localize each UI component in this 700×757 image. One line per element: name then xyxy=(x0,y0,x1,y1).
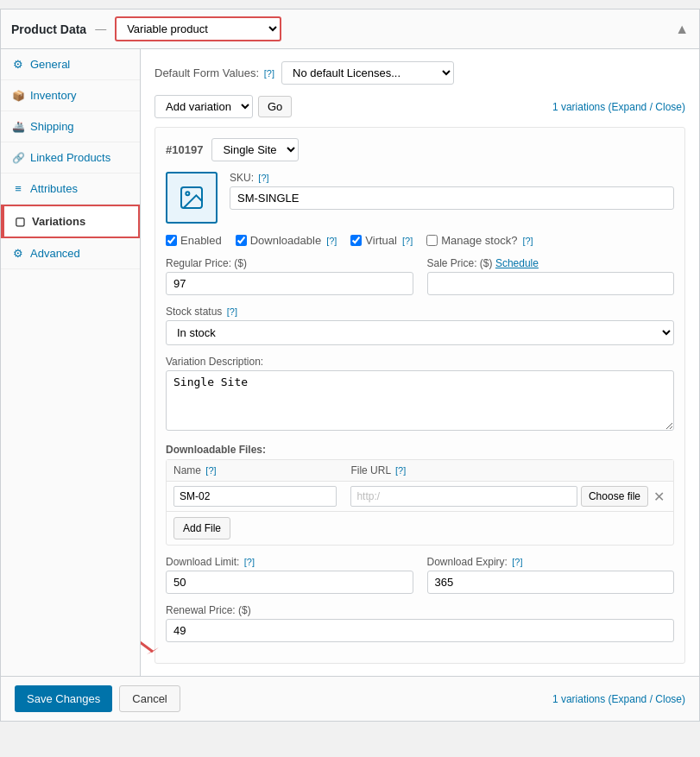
expand-link[interactable]: Expand xyxy=(612,101,647,113)
linked-products-icon: 🔗 xyxy=(11,152,25,164)
sidebar-item-shipping[interactable]: 🚢 Shipping xyxy=(1,111,140,142)
name-col-help[interactable]: [?] xyxy=(205,465,216,476)
footer-variations-count: 1 variations xyxy=(552,693,605,705)
product-type-select[interactable]: Variable product Simple product Grouped … xyxy=(115,16,281,41)
variation-type-select[interactable]: Single Site Multi Site xyxy=(211,138,299,161)
remove-file-button[interactable]: ✕ xyxy=(652,489,666,505)
save-changes-button[interactable]: Save Changes xyxy=(15,685,112,712)
dl-files-table: Name [?] File URL [?] xyxy=(167,460,673,512)
collapse-icon[interactable]: ▲ xyxy=(675,22,689,37)
stock-status-select[interactable]: In stock Out of stock On backorder xyxy=(166,320,674,345)
manage-stock-label: Manage stock? xyxy=(441,234,517,247)
renewal-price-label: Renewal Price: ($) xyxy=(166,604,674,616)
downloadable-checkbox[interactable] xyxy=(236,235,247,246)
dl-file-name-input[interactable] xyxy=(173,486,337,507)
svg-line-2 xyxy=(141,626,153,652)
virtual-help[interactable]: [?] xyxy=(402,236,413,246)
manage-stock-checkbox[interactable] xyxy=(426,235,438,246)
virtual-label: Virtual xyxy=(365,234,397,247)
general-icon: ⚙ xyxy=(11,58,25,71)
download-limit-label: Download Limit: [?] xyxy=(166,556,413,568)
sku-help[interactable]: [?] xyxy=(258,173,268,183)
url-col-help[interactable]: [?] xyxy=(395,465,406,476)
sidebar-item-inventory[interactable]: 📦 Inventory xyxy=(1,80,140,111)
choose-file-button[interactable]: Choose file xyxy=(581,486,648,507)
arrow-svg xyxy=(141,621,161,656)
renewal-price-row: Renewal Price: ($) xyxy=(166,604,674,642)
enabled-label: Enabled xyxy=(180,234,222,247)
downloadable-label: Downloadable xyxy=(250,234,321,247)
virtual-checkbox-label[interactable]: Virtual [?] xyxy=(350,234,413,247)
enabled-checkbox-label[interactable]: Enabled xyxy=(166,234,222,247)
variation-id: #10197 xyxy=(166,143,203,156)
dl-file-url-input[interactable] xyxy=(350,486,577,507)
footer-actions: Save Changes Cancel xyxy=(15,685,180,712)
sku-label: SKU: [?] xyxy=(230,172,674,184)
enabled-checkbox[interactable] xyxy=(166,235,177,246)
download-limit-input[interactable] xyxy=(166,571,413,594)
default-form-row: Default Form Values: [?] No default Lice… xyxy=(155,61,685,85)
virtual-checkbox[interactable] xyxy=(350,235,362,246)
sidebar-item-advanced[interactable]: ⚙ Advanced xyxy=(1,238,140,269)
sku-input[interactable] xyxy=(230,186,674,210)
sidebar-label-linked-products: Linked Products xyxy=(30,151,110,164)
default-form-help[interactable]: [?] xyxy=(264,68,274,79)
file-url-cell: Choose file ✕ xyxy=(350,486,666,507)
inventory-icon: 📦 xyxy=(11,90,25,102)
sku-section: SKU: [?] xyxy=(230,172,674,210)
download-limit-help[interactable]: [?] xyxy=(244,557,255,567)
close-link[interactable]: Close xyxy=(655,101,682,113)
red-arrow-indicator xyxy=(141,621,161,659)
cancel-button[interactable]: Cancel xyxy=(119,685,180,712)
dl-file-row: Choose file ✕ xyxy=(167,482,673,512)
stock-status-row: Stock status [?] In stock Out of stock O… xyxy=(166,306,674,345)
main-content: Default Form Values: [?] No default Lice… xyxy=(141,49,699,676)
add-file-button[interactable]: Add File xyxy=(173,517,230,539)
sidebar-item-variations[interactable]: ▢ Variations xyxy=(1,205,140,238)
sale-price-label: Sale Price: ($) Schedule xyxy=(427,257,675,269)
stock-status-label: Stock status [?] xyxy=(166,306,674,318)
sidebar-label-variations: Variations xyxy=(32,215,85,228)
manage-stock-checkbox-label[interactable]: Manage stock? [?] xyxy=(426,234,533,247)
go-button[interactable]: Go xyxy=(258,96,292,117)
sidebar-label-general: General xyxy=(30,58,70,71)
default-form-select[interactable]: No default Licenses... xyxy=(281,61,454,85)
manage-stock-help[interactable]: [?] xyxy=(522,236,533,246)
sidebar-item-linked-products[interactable]: 🔗 Linked Products xyxy=(1,142,140,173)
dl-files-container: Name [?] File URL [?] xyxy=(166,459,674,546)
add-variation-select[interactable]: Add variation xyxy=(155,95,253,118)
price-row: Regular Price: ($) Sale Price: ($) Sched… xyxy=(166,257,674,295)
sidebar-item-general[interactable]: ⚙ General xyxy=(1,49,140,80)
sale-price-col: Sale Price: ($) Schedule xyxy=(427,257,675,295)
regular-price-input[interactable] xyxy=(166,272,413,295)
variation-image[interactable] xyxy=(166,172,218,224)
footer-close-link[interactable]: Close xyxy=(655,693,682,705)
attributes-icon: ≡ xyxy=(11,182,25,195)
download-expiry-help[interactable]: [?] xyxy=(512,557,522,567)
sidebar-label-inventory: Inventory xyxy=(30,89,76,102)
dl-file-url-cell: Choose file ✕ xyxy=(344,482,673,512)
url-col-header: File URL [?] xyxy=(344,460,673,482)
default-form-label: Default Form Values: [?] xyxy=(155,66,274,79)
sale-price-input[interactable] xyxy=(427,272,675,295)
variation-header: Add variation Go 1 variations (Expand / … xyxy=(155,95,685,118)
downloadable-help[interactable]: [?] xyxy=(326,236,337,246)
header-dash: — xyxy=(95,22,106,35)
variations-icon: ▢ xyxy=(13,215,27,228)
product-data-body: ⚙ General 📦 Inventory 🚢 Shipping 🔗 Linke… xyxy=(1,49,699,676)
variation-item: #10197 Single Site Multi Site xyxy=(155,127,685,664)
sidebar-item-attributes[interactable]: ≡ Attributes xyxy=(1,173,140,205)
dl-file-name-cell xyxy=(167,482,344,512)
renewal-price-input[interactable] xyxy=(166,619,674,642)
image-sku-row: SKU: [?] xyxy=(166,172,674,224)
stock-status-help[interactable]: [?] xyxy=(227,306,237,317)
download-expiry-input[interactable] xyxy=(427,571,675,594)
variation-item-header: #10197 Single Site Multi Site xyxy=(166,138,674,161)
footer-expand-link[interactable]: Expand xyxy=(612,693,647,705)
regular-price-label: Regular Price: ($) xyxy=(166,257,413,269)
schedule-link[interactable]: Schedule xyxy=(495,257,539,269)
variation-desc-textarea[interactable]: Single Site xyxy=(166,370,674,431)
downloadable-checkbox-label[interactable]: Downloadable [?] xyxy=(236,234,337,247)
shipping-icon: 🚢 xyxy=(11,121,25,133)
variation-desc-row: Variation Description: Single Site xyxy=(166,356,674,433)
